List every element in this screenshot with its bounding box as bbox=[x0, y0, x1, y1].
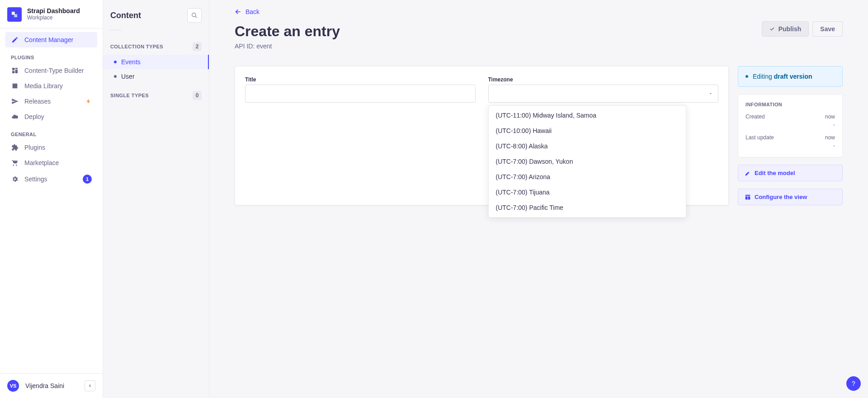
nav-label: Plugins bbox=[24, 144, 45, 151]
back-link[interactable]: Back bbox=[235, 8, 259, 15]
nav-media-library[interactable]: Media Library bbox=[5, 78, 97, 94]
svg-point-2 bbox=[192, 13, 196, 17]
timezone-select[interactable] bbox=[488, 85, 719, 103]
api-id-label: API ID: event bbox=[235, 43, 340, 50]
nav-section-general: GENERAL bbox=[5, 124, 97, 140]
save-button[interactable]: Save bbox=[812, 21, 843, 37]
search-icon bbox=[191, 12, 198, 19]
back-label: Back bbox=[245, 8, 259, 15]
editing-prefix: Editing bbox=[753, 73, 774, 80]
help-button[interactable]: ? bbox=[846, 376, 861, 391]
content-sidebar: Content COLLECTION TYPES 2 Events User S… bbox=[103, 0, 209, 398]
nav-label: Releases bbox=[24, 98, 51, 105]
nav-label: Settings bbox=[24, 175, 47, 183]
content-type-user[interactable]: User bbox=[103, 69, 209, 84]
nav-deploy[interactable]: Deploy bbox=[5, 109, 97, 124]
timezone-option[interactable]: (UTC-7:00) Dawson, Yukon bbox=[489, 154, 686, 169]
nav-label: Content Manager bbox=[24, 36, 73, 43]
gear-icon bbox=[11, 175, 19, 183]
check-icon bbox=[769, 26, 775, 32]
settings-badge: 1 bbox=[83, 175, 92, 184]
help-label: ? bbox=[852, 380, 855, 387]
save-label: Save bbox=[820, 25, 835, 33]
brand-title: Strapi Dashboard bbox=[27, 7, 80, 14]
updated-by: - bbox=[833, 142, 835, 149]
collapse-sidebar-button[interactable] bbox=[85, 380, 95, 391]
nav-section-plugins: PLUGINS bbox=[5, 47, 97, 63]
nav-footer: VS Vijendra Saini bbox=[0, 373, 103, 398]
pencil-square-icon bbox=[11, 36, 19, 43]
brand-header: Strapi Dashboard Workplace bbox=[0, 0, 103, 28]
user-name: Vijendra Saini bbox=[25, 382, 64, 389]
brand-subtitle: Workplace bbox=[27, 14, 80, 22]
edit-model-label: Edit the model bbox=[755, 170, 795, 176]
title-input[interactable] bbox=[245, 85, 476, 103]
collection-types-label: COLLECTION TYPES bbox=[110, 44, 163, 49]
bullet-icon bbox=[114, 75, 117, 78]
nav-content-manager[interactable]: Content Manager bbox=[5, 32, 97, 47]
cart-icon bbox=[11, 159, 19, 166]
edit-model-button[interactable]: Edit the model bbox=[738, 165, 843, 181]
layout-icon bbox=[11, 67, 19, 74]
information-card: INFORMATION Created now - Last update no… bbox=[738, 94, 843, 157]
image-icon bbox=[11, 82, 19, 90]
puzzle-icon bbox=[11, 144, 19, 151]
timezone-field-label: Timezone bbox=[488, 76, 719, 83]
updated-value: now bbox=[825, 134, 835, 141]
timezone-option[interactable]: (UTC-7:00) Tijuana bbox=[489, 185, 686, 200]
single-types-header: SINGLE TYPES 0 bbox=[103, 84, 209, 104]
created-value: now bbox=[825, 114, 835, 120]
content-type-events[interactable]: Events bbox=[103, 55, 209, 69]
collection-types-header: COLLECTION TYPES 2 bbox=[103, 35, 209, 55]
updated-label: Last update bbox=[745, 134, 774, 141]
nav-plugins[interactable]: Plugins bbox=[5, 140, 97, 155]
main-content: Back Create an entry API ID: event Publi… bbox=[209, 0, 868, 398]
timezone-option[interactable]: (UTC-7:00) Pacific Time bbox=[489, 200, 686, 215]
primary-sidebar: Strapi Dashboard Workplace Content Manag… bbox=[0, 0, 103, 398]
information-title: INFORMATION bbox=[745, 102, 835, 107]
timezone-dropdown: (UTC-11:00) Midway Island, Samoa (UTC-10… bbox=[488, 105, 686, 218]
nav-releases[interactable]: Releases bbox=[5, 94, 97, 109]
pencil-icon bbox=[745, 170, 751, 176]
nav-label: Content-Type Builder bbox=[24, 67, 84, 74]
layout-icon bbox=[745, 194, 751, 200]
nav-content-type-builder[interactable]: Content-Type Builder bbox=[5, 63, 97, 78]
bullet-icon bbox=[114, 61, 117, 63]
publish-button[interactable]: Publish bbox=[762, 21, 809, 37]
nav-label: Marketplace bbox=[24, 159, 59, 166]
timezone-option[interactable]: (UTC-7:00) Arizona bbox=[489, 169, 686, 185]
paper-plane-icon bbox=[11, 98, 19, 105]
lightning-icon bbox=[85, 98, 92, 104]
strapi-logo-icon bbox=[7, 7, 22, 22]
configure-view-button[interactable]: Configure the view bbox=[738, 189, 843, 205]
ct-item-label: User bbox=[121, 73, 135, 80]
created-by: - bbox=[833, 122, 835, 128]
content-panel-title: Content bbox=[110, 11, 141, 20]
svg-rect-1 bbox=[14, 14, 17, 17]
configure-view-label: Configure the view bbox=[755, 194, 807, 200]
nav-settings[interactable]: Settings 1 bbox=[5, 171, 97, 188]
arrow-left-icon bbox=[235, 8, 242, 15]
status-dot-icon bbox=[745, 75, 748, 78]
title-field-label: Title bbox=[245, 76, 476, 83]
publish-label: Publish bbox=[778, 25, 802, 33]
form-card: Title Timezone bbox=[235, 66, 729, 205]
status-banner: Editing draft version bbox=[738, 66, 843, 87]
divider bbox=[110, 30, 121, 30]
ct-item-label: Events bbox=[121, 58, 141, 66]
page-title: Create an entry bbox=[235, 23, 340, 40]
content-search-button[interactable] bbox=[187, 8, 202, 23]
single-types-count: 0 bbox=[193, 91, 202, 100]
nav-label: Media Library bbox=[24, 82, 63, 90]
user-avatar[interactable]: VS bbox=[7, 380, 19, 392]
timezone-option[interactable]: (UTC-8:00) Alaska bbox=[489, 138, 686, 154]
nav-marketplace[interactable]: Marketplace bbox=[5, 155, 97, 171]
single-types-label: SINGLE TYPES bbox=[110, 93, 149, 98]
draft-version-label: draft version bbox=[774, 73, 812, 80]
created-label: Created bbox=[745, 114, 765, 120]
nav-label: Deploy bbox=[24, 113, 44, 120]
collection-types-count: 2 bbox=[193, 42, 202, 51]
timezone-option[interactable]: (UTC-11:00) Midway Island, Samoa bbox=[489, 108, 686, 123]
cloud-icon bbox=[11, 113, 19, 120]
timezone-option[interactable]: (UTC-10:00) Hawaii bbox=[489, 123, 686, 138]
